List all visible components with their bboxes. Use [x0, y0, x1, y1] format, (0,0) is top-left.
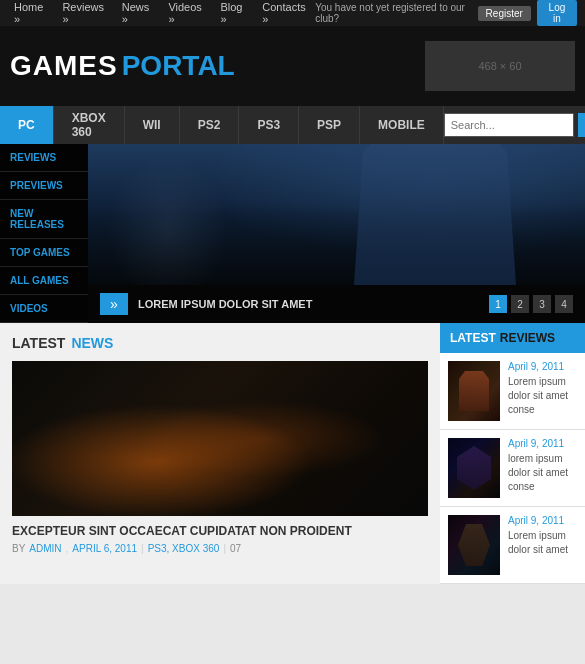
review-text-2: lorem ipsum dolor sit amet conse	[508, 452, 577, 494]
page-btn-1[interactable]: 1	[489, 295, 507, 313]
news-section-header: LATEST NEWS	[12, 335, 428, 351]
search-form: Search	[444, 113, 585, 137]
hero-area: REVIEWS PREVIEWS NEW RELEASES TOP GAMES …	[0, 144, 585, 323]
hero-caption: » LOREM IPSUM DOLOR SIT AMET 1 2 3 4	[88, 285, 585, 323]
review-text-3: Lorem ipsum dolor sit amet	[508, 529, 577, 557]
tab-pc[interactable]: PC	[0, 106, 54, 144]
tab-ps3[interactable]: PS3	[239, 106, 299, 144]
sidebar: REVIEWS PREVIEWS NEW RELEASES TOP GAMES …	[0, 144, 88, 323]
nav-reviews[interactable]: Reviews »	[56, 1, 113, 25]
nav-videos[interactable]: Videos »	[162, 1, 212, 25]
news-featured-image[interactable]	[12, 361, 428, 516]
news-meta-sep3: |	[223, 543, 226, 554]
header-ad-banner: 468 × 60	[425, 41, 575, 91]
page-btn-3[interactable]: 3	[533, 295, 551, 313]
sidebar-item-all-games[interactable]: ALL GAMES	[0, 267, 88, 295]
tab-psp[interactable]: PSP	[299, 106, 360, 144]
news-title-plain: LATEST	[12, 335, 65, 351]
news-article-meta: BY ADMIN , APRIL 6, 2011 | PS3, XBOX 360…	[12, 543, 428, 554]
tab-wii[interactable]: WII	[125, 106, 180, 144]
main-content: LATEST NEWS EXCEPTEUR SINT OCCAECAT CUPI…	[0, 323, 585, 584]
review-info-3: April 9, 2011 Lorem ipsum dolor sit amet	[508, 515, 577, 575]
latest-news-section: LATEST NEWS EXCEPTEUR SINT OCCAECAT CUPI…	[0, 323, 440, 584]
review-text-1: Lorem ipsum dolor sit amet conse	[508, 375, 577, 417]
news-date[interactable]: APRIL 6, 2011	[72, 543, 137, 554]
news-tags[interactable]: PS3, XBOX 360	[148, 543, 220, 554]
news-article-title: EXCEPTEUR SINT OCCAECAT CUPIDATAT NON PR…	[12, 524, 428, 538]
review-info-2: April 9, 2011 lorem ipsum dolor sit amet…	[508, 438, 577, 498]
topbar: Home » Reviews » News » Videos » Blog » …	[0, 0, 585, 26]
tab-xbox360[interactable]: XBOX 360	[54, 106, 125, 144]
register-button[interactable]: Register	[478, 6, 531, 21]
logo: GAMES PORTAL	[10, 50, 235, 82]
hero-wrapper: » LOREM IPSUM DOLOR SIT AMET 1 2 3 4	[88, 144, 585, 323]
sidebar-item-videos[interactable]: VIDEOS	[0, 295, 88, 323]
page-btn-2[interactable]: 2	[511, 295, 529, 313]
sidebar-item-reviews[interactable]: REVIEWS	[0, 144, 88, 172]
nav-tabs: PC XBOX 360 WII PS2 PS3 PSP Mobile Searc…	[0, 106, 585, 144]
logo-games: GAMES	[10, 50, 118, 82]
reviews-title-accent: REVIEWS	[500, 331, 555, 345]
topbar-nav: Home » Reviews » News » Videos » Blog » …	[8, 1, 315, 25]
news-author[interactable]: ADMIN	[29, 543, 61, 554]
review-thumb-3[interactable]	[448, 515, 500, 575]
review-thumb-2[interactable]	[448, 438, 500, 498]
sidebar-item-top-games[interactable]: TOP GAMES	[0, 239, 88, 267]
review-date-2: April 9, 2011	[508, 438, 577, 449]
review-info-1: April 9, 2011 Lorem ipsum dolor sit amet…	[508, 361, 577, 421]
news-meta-sep: ,	[66, 543, 69, 554]
nav-home[interactable]: Home »	[8, 1, 54, 25]
topbar-message: You have not yet registered to our club?	[315, 2, 471, 24]
search-button[interactable]: Search	[578, 113, 585, 137]
header: GAMES PORTAL 468 × 60	[0, 26, 585, 106]
tab-ps2[interactable]: PS2	[180, 106, 240, 144]
review-item-3: April 9, 2011 Lorem ipsum dolor sit amet	[440, 507, 585, 584]
review-thumb-1[interactable]	[448, 361, 500, 421]
search-input[interactable]	[444, 113, 574, 137]
nav-news[interactable]: News »	[116, 1, 161, 25]
review-item-2: April 9, 2011 lorem ipsum dolor sit amet…	[440, 430, 585, 507]
hero-image	[88, 144, 585, 285]
page-btn-4[interactable]: 4	[555, 295, 573, 313]
review-date-1: April 9, 2011	[508, 361, 577, 372]
news-comments[interactable]: 07	[230, 543, 241, 554]
tab-mobile[interactable]: Mobile	[360, 106, 444, 144]
news-meta-sep2: |	[141, 543, 144, 554]
sidebar-item-previews[interactable]: PREVIEWS	[0, 172, 88, 200]
review-date-3: April 9, 2011	[508, 515, 577, 526]
review-item-1: April 9, 2011 Lorem ipsum dolor sit amet…	[440, 353, 585, 430]
login-button[interactable]: Log in	[537, 0, 577, 26]
nav-blog[interactable]: Blog »	[214, 1, 254, 25]
hero-prev-icon[interactable]: »	[100, 293, 128, 315]
sidebar-item-new-releases[interactable]: NEW RELEASES	[0, 200, 88, 239]
reviews-title-plain: LATEST	[450, 331, 496, 345]
news-by-label: BY	[12, 543, 25, 554]
news-title-accent: NEWS	[71, 335, 113, 351]
logo-portal: PORTAL	[122, 50, 235, 82]
reviews-section-header: LATEST REVIEWS	[440, 323, 585, 353]
nav-contacts[interactable]: Contacts »	[256, 1, 315, 25]
hero-pagination: 1 2 3 4	[489, 295, 573, 313]
topbar-right: You have not yet registered to our club?…	[315, 0, 577, 26]
hero-caption-text: LOREM IPSUM DOLOR SIT AMET	[138, 298, 489, 310]
latest-reviews-section: LATEST REVIEWS April 9, 2011 Lorem ipsum…	[440, 323, 585, 584]
